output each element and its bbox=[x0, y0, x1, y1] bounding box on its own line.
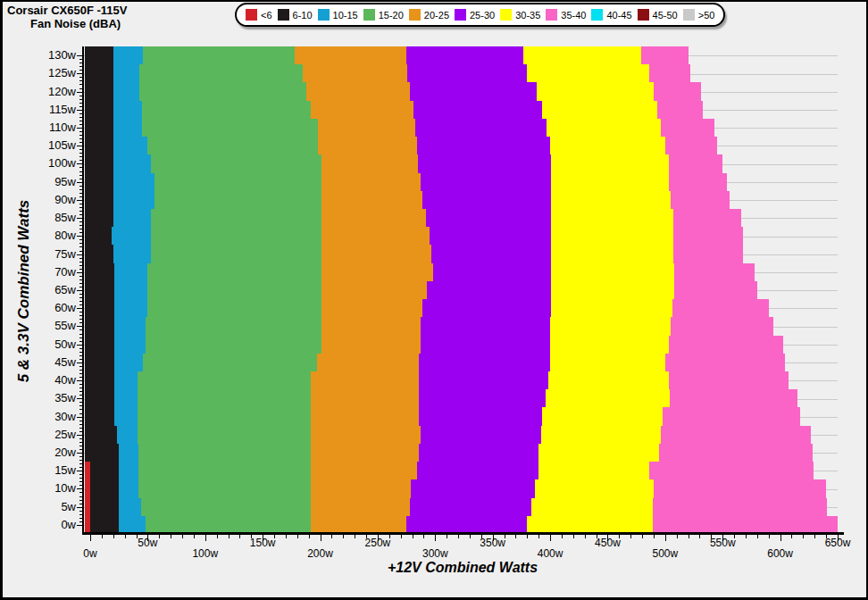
y-minor-tick bbox=[79, 175, 82, 176]
y-minor-tick bbox=[79, 113, 82, 114]
y-tick-label: 35w bbox=[33, 391, 76, 404]
y-minor-tick bbox=[79, 395, 82, 396]
y-major-tick bbox=[77, 398, 82, 399]
noise-band-25-30-dba bbox=[422, 191, 551, 210]
legend-item: 10-15 bbox=[318, 9, 358, 21]
x-minor-tick bbox=[113, 535, 114, 538]
y-minor-tick bbox=[79, 352, 82, 353]
noise-band-15-20-dba bbox=[141, 498, 312, 517]
y-major-tick bbox=[77, 525, 82, 526]
noise-band-35-40-dba bbox=[669, 154, 723, 173]
legend-swatch-30-35-dba bbox=[500, 9, 512, 21]
x-minor-tick bbox=[413, 535, 413, 538]
y-minor-tick bbox=[79, 370, 82, 371]
noise-band-30-35-dba bbox=[551, 245, 672, 263]
x-tick-label: 200w bbox=[292, 547, 349, 560]
legend-swatch-20-25-dba bbox=[409, 9, 421, 21]
noise-band-25-30-dba bbox=[411, 479, 535, 498]
y-tick-label: 25w bbox=[33, 428, 76, 441]
chart-row-35w bbox=[84, 389, 841, 408]
noise-band-30-35-dba bbox=[535, 479, 654, 498]
x-tick-label: 300w bbox=[406, 547, 463, 560]
x-minor-tick bbox=[769, 535, 770, 538]
noise-band-35-40-dba bbox=[665, 354, 785, 372]
y-minor-tick bbox=[79, 80, 82, 81]
noise-band-20-25-dba bbox=[317, 354, 420, 372]
y-minor-tick bbox=[79, 341, 82, 342]
noise-band-35-40-dba bbox=[641, 46, 689, 65]
y-minor-tick bbox=[79, 424, 82, 425]
chart-row-115w bbox=[84, 101, 841, 120]
y-major-tick bbox=[77, 146, 82, 146]
y-minor-tick bbox=[79, 500, 82, 501]
chart-row-130w bbox=[84, 46, 841, 65]
x-minor-tick bbox=[791, 535, 792, 538]
noise-band-6-10-dba bbox=[85, 371, 114, 390]
noise-band-35-40-dba bbox=[674, 281, 757, 300]
legend-item: 35-40 bbox=[546, 9, 586, 21]
noise-band-25-30-dba bbox=[421, 426, 541, 445]
chart-row-5w bbox=[84, 498, 841, 517]
legend-swatch-40-45-dba bbox=[591, 9, 603, 21]
noise-band-15-20-dba bbox=[142, 101, 311, 120]
noise-band-6-10-dba bbox=[85, 119, 113, 138]
y-minor-tick bbox=[79, 160, 82, 161]
legend-label: 20-25 bbox=[424, 10, 449, 21]
noise-band-35-40-dba bbox=[671, 191, 730, 210]
y-tick-label: 100w bbox=[33, 156, 76, 170]
legend-label: 10-15 bbox=[333, 10, 358, 21]
y-major-tick bbox=[77, 55, 82, 56]
x-major-tick bbox=[665, 535, 666, 541]
x-minor-tick bbox=[689, 535, 689, 538]
legend-swatch-45-50-dba bbox=[638, 9, 649, 21]
y-minor-tick bbox=[79, 402, 82, 403]
x-major-tick bbox=[205, 535, 206, 541]
plot-area bbox=[84, 46, 841, 534]
noise-band-10-15-dba bbox=[113, 119, 142, 138]
y-minor-tick bbox=[79, 355, 82, 356]
noise-band-20-25-dba bbox=[321, 263, 433, 282]
x-axis-title: +12V Combined Watts bbox=[84, 560, 841, 576]
noise-band-6-10-dba bbox=[85, 191, 113, 210]
y-minor-tick bbox=[79, 142, 82, 143]
y-minor-tick bbox=[79, 405, 82, 406]
y-major-tick bbox=[77, 380, 82, 381]
x-minor-tick bbox=[343, 535, 344, 538]
y-minor-tick bbox=[79, 366, 82, 367]
noise-band-30-35-dba bbox=[548, 371, 669, 390]
noise-band-35-40-dba bbox=[670, 389, 797, 408]
y-major-tick bbox=[77, 218, 82, 219]
noise-band-15-20-dba bbox=[147, 299, 321, 318]
noise-band-10-15-dba bbox=[114, 336, 146, 354]
y-minor-tick bbox=[79, 135, 82, 136]
noise-band-25-30-dba bbox=[430, 227, 551, 246]
noise-band-35-40-dba bbox=[654, 82, 701, 101]
y-minor-tick bbox=[79, 413, 82, 414]
noise-band-30-35-dba bbox=[551, 227, 672, 246]
noise-band-10-15-dba bbox=[119, 444, 138, 462]
legend-item: 20-25 bbox=[409, 9, 449, 21]
noise-band-35-40-dba bbox=[673, 227, 744, 246]
y-major-tick bbox=[77, 128, 82, 129]
noise-band-15-20-dba bbox=[151, 154, 321, 173]
noise-band-6-10-dba bbox=[90, 479, 119, 498]
y-minor-tick bbox=[79, 391, 82, 392]
noise-band-15-20-dba bbox=[154, 191, 321, 210]
noise-band-25-30-dba bbox=[419, 354, 550, 372]
x-minor-tick bbox=[423, 535, 424, 538]
legend-label: 45-50 bbox=[653, 10, 678, 21]
y-minor-tick bbox=[79, 438, 82, 439]
noise-band-25-30-dba bbox=[413, 101, 542, 120]
legend-swatch-25-30-dba bbox=[455, 9, 466, 21]
y-minor-tick bbox=[79, 179, 82, 179]
chart-row-50w bbox=[84, 336, 841, 354]
y-minor-tick bbox=[79, 329, 82, 330]
x-minor-tick bbox=[527, 535, 528, 538]
noise-band-30-35-dba bbox=[541, 426, 661, 445]
noise-band-30-35-dba bbox=[551, 173, 668, 192]
y-minor-tick bbox=[79, 204, 82, 204]
y-major-tick bbox=[77, 417, 82, 418]
noise-band-35-40-dba bbox=[673, 209, 741, 228]
legend-item: <6 bbox=[246, 9, 272, 21]
chart-row-20w bbox=[84, 444, 841, 462]
